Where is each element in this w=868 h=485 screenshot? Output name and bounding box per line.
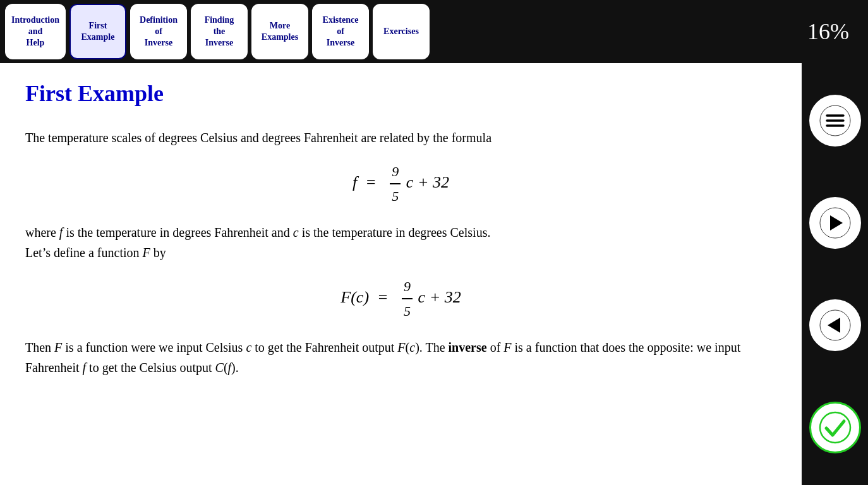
page-title: First Example [25, 76, 776, 112]
content-area: First Example The temperature scales of … [0, 63, 802, 485]
paragraph-2: where f is the temperature in degrees Fa… [25, 222, 776, 263]
progress-indicator: 16% [807, 18, 849, 45]
top-navigation: IntroductionandHelp FirstExample Definit… [0, 0, 868, 63]
svg-point-8 [820, 412, 850, 443]
back-button[interactable] [809, 299, 861, 351]
formula-2: F(c) = 9 5 c + 32 [25, 275, 776, 322]
tab-existence[interactable]: ExistenceofInverse [312, 4, 369, 59]
next-icon [819, 207, 852, 239]
tab-first-example[interactable]: FirstExample [69, 4, 126, 59]
check-icon [819, 411, 852, 444]
main-area: First Example The temperature scales of … [0, 63, 868, 485]
paragraph-3: Then F is a function were we input Celsi… [25, 337, 776, 378]
tab-introduction[interactable]: IntroductionandHelp [5, 4, 66, 59]
back-icon [819, 309, 852, 342]
formula-1: f = 9 5 c + 32 [25, 160, 776, 207]
next-button[interactable] [809, 197, 861, 249]
tab-definition[interactable]: DefinitionofInverse [130, 4, 187, 59]
paragraph-1: The temperature scales of degrees Celsiu… [25, 128, 776, 148]
check-button[interactable] [809, 402, 861, 453]
fraction-1: 9 5 [390, 160, 401, 207]
tab-exercises[interactable]: Exercises [373, 4, 430, 59]
tab-more-examples[interactable]: MoreExamples [251, 4, 308, 59]
tab-finding[interactable]: FindingtheInverse [191, 4, 248, 59]
menu-icon [819, 104, 852, 137]
sidebar-controls [802, 63, 868, 485]
menu-button[interactable] [809, 95, 861, 147]
bold-inverse: inverse [449, 340, 487, 354]
fraction-2: 9 5 [402, 275, 413, 322]
